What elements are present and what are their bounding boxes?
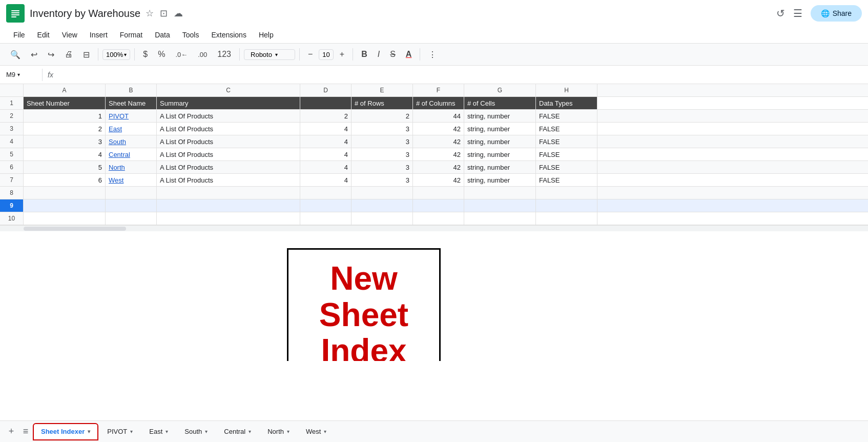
- cell-g4[interactable]: string, number: [464, 135, 536, 148]
- menu-tools[interactable]: Tools: [177, 29, 204, 41]
- tab-north-dropdown-icon[interactable]: ▾: [287, 429, 290, 434]
- menu-help[interactable]: Help: [254, 29, 279, 41]
- cell-a10[interactable]: [24, 212, 106, 225]
- cell-e4[interactable]: 3: [352, 135, 413, 148]
- cell-h8[interactable]: [536, 187, 597, 199]
- cell-f2[interactable]: 44: [413, 110, 464, 122]
- cell-d6[interactable]: 4: [300, 161, 352, 173]
- col-header-a[interactable]: A: [24, 84, 106, 96]
- zoom-control[interactable]: 100% ▾: [102, 49, 130, 60]
- cell-d10[interactable]: [300, 212, 352, 225]
- col-header-f[interactable]: F: [413, 84, 464, 96]
- cloud-icon[interactable]: ☁: [174, 8, 183, 19]
- cell-c4[interactable]: A List Of Products: [157, 135, 300, 148]
- cell-b10[interactable]: [106, 212, 157, 225]
- cell-f8[interactable]: [413, 187, 464, 199]
- cell-g10[interactable]: [464, 212, 536, 225]
- share-button[interactable]: 🌐 Share: [811, 5, 862, 22]
- cell-f9[interactable]: [413, 199, 464, 212]
- cell-a4[interactable]: 3: [24, 135, 106, 148]
- cell-a7[interactable]: 6: [24, 174, 106, 186]
- cell-d2[interactable]: 2: [300, 110, 352, 122]
- tab-west-dropdown-icon[interactable]: ▾: [324, 429, 326, 434]
- tab-pivot-dropdown-icon[interactable]: ▾: [130, 429, 133, 434]
- cell-f7[interactable]: 42: [413, 174, 464, 186]
- comments-icon[interactable]: ☰: [793, 7, 802, 19]
- cell-e5[interactable]: 3: [352, 148, 413, 160]
- cell-c8[interactable]: [157, 187, 300, 199]
- cell-f1[interactable]: # of Columns: [413, 97, 464, 109]
- cell-g7[interactable]: string, number: [464, 174, 536, 186]
- cell-e8[interactable]: [352, 187, 413, 199]
- cell-a6[interactable]: 5: [24, 161, 106, 173]
- cell-f5[interactable]: 42: [413, 148, 464, 160]
- cell-e7[interactable]: 3: [352, 174, 413, 186]
- col-header-e[interactable]: E: [352, 84, 413, 96]
- cell-f3[interactable]: 42: [413, 123, 464, 135]
- font-size-control[interactable]: 10: [319, 49, 333, 60]
- tab-sheet-indexer[interactable]: Sheet Indexer ▾: [33, 423, 98, 440]
- cell-h4[interactable]: FALSE: [536, 135, 597, 148]
- tab-central[interactable]: Central ▾: [216, 423, 259, 440]
- tab-south-dropdown-icon[interactable]: ▾: [205, 429, 208, 434]
- cell-d9[interactable]: [300, 199, 352, 212]
- cell-a5[interactable]: 4: [24, 148, 106, 160]
- cell-g2[interactable]: string, number: [464, 110, 536, 122]
- star-icon[interactable]: ☆: [146, 8, 154, 19]
- redo-button[interactable]: ↪: [44, 48, 58, 62]
- italic-button[interactable]: I: [374, 48, 384, 61]
- bold-button[interactable]: B: [357, 48, 371, 61]
- cell-d8[interactable]: [300, 187, 352, 199]
- menu-file[interactable]: File: [8, 29, 30, 41]
- folder-icon[interactable]: ⊡: [160, 8, 168, 19]
- cell-b5[interactable]: Central: [106, 148, 157, 160]
- cell-g3[interactable]: string, number: [464, 123, 536, 135]
- tab-central-dropdown-icon[interactable]: ▾: [249, 429, 251, 434]
- menu-view[interactable]: View: [57, 29, 82, 41]
- cell-e3[interactable]: 3: [352, 123, 413, 135]
- cell-h10[interactable]: [536, 212, 597, 225]
- tab-east-dropdown-icon[interactable]: ▾: [166, 429, 168, 434]
- col-header-h[interactable]: H: [536, 84, 597, 96]
- cell-c6[interactable]: A List Of Products: [157, 161, 300, 173]
- tab-east[interactable]: East ▾: [141, 423, 176, 440]
- tab-south[interactable]: South ▾: [177, 423, 215, 440]
- cell-h7[interactable]: FALSE: [536, 174, 597, 186]
- cell-h9[interactable]: [536, 199, 597, 212]
- col-header-d[interactable]: D: [300, 84, 352, 96]
- cell-a3[interactable]: 2: [24, 123, 106, 135]
- cell-g1[interactable]: # of Cells: [464, 97, 536, 109]
- decrease-decimal-button[interactable]: .0←: [171, 49, 192, 61]
- print-button[interactable]: 🖨: [60, 48, 77, 61]
- cell-e10[interactable]: [352, 212, 413, 225]
- cell-e6[interactable]: 3: [352, 161, 413, 173]
- percent-button[interactable]: %: [154, 48, 169, 61]
- cell-h6[interactable]: FALSE: [536, 161, 597, 173]
- cell-g5[interactable]: string, number: [464, 148, 536, 160]
- strikethrough-button[interactable]: S: [386, 48, 400, 61]
- cell-c10[interactable]: [157, 212, 300, 225]
- cell-h1[interactable]: Data Types: [536, 97, 597, 109]
- cell-reference[interactable]: M9 ▾: [6, 71, 37, 78]
- menu-data[interactable]: Data: [150, 29, 175, 41]
- font-family-control[interactable]: Roboto ▾: [244, 49, 295, 60]
- tab-north[interactable]: North ▾: [260, 423, 297, 440]
- cell-b8[interactable]: [106, 187, 157, 199]
- cell-e9[interactable]: [352, 199, 413, 212]
- cell-c5[interactable]: A List Of Products: [157, 148, 300, 160]
- menu-insert[interactable]: Insert: [85, 29, 113, 41]
- cell-d1[interactable]: [300, 97, 352, 109]
- menu-edit[interactable]: Edit: [32, 29, 55, 41]
- cell-f6[interactable]: 42: [413, 161, 464, 173]
- cell-h2[interactable]: FALSE: [536, 110, 597, 122]
- cell-c1[interactable]: Summary: [157, 97, 300, 109]
- scrollbar-thumb[interactable]: [24, 227, 126, 231]
- horizontal-scrollbar[interactable]: [0, 225, 868, 231]
- cell-a9[interactable]: [24, 199, 106, 212]
- cell-d5[interactable]: 4: [300, 148, 352, 160]
- cell-a8[interactable]: [24, 187, 106, 199]
- paint-format-button[interactable]: ⊟: [79, 48, 94, 62]
- history-icon[interactable]: ↺: [776, 7, 785, 19]
- more-options-button[interactable]: ⋮: [424, 48, 441, 62]
- text-color-button[interactable]: A: [402, 48, 416, 61]
